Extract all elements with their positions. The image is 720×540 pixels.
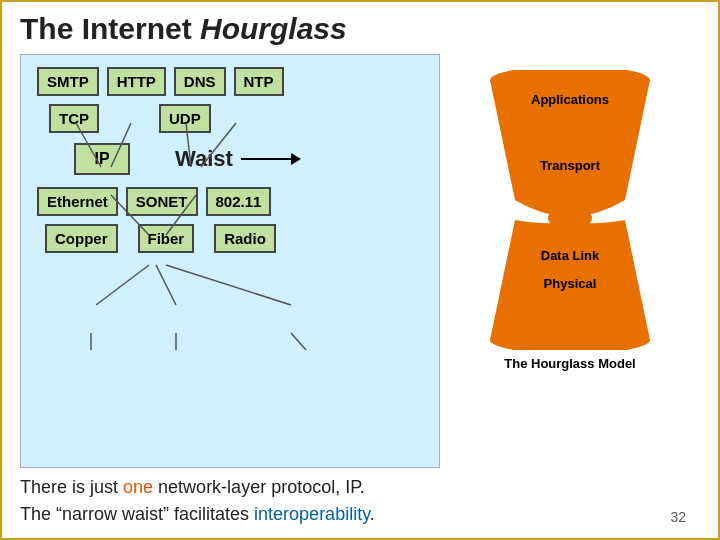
hourglass-svg [470,70,670,350]
line1-middle: network-layer protocol, IP. [153,477,365,497]
protocol-row-transport: TCP UDP [37,104,423,133]
svg-line-8 [166,265,291,305]
title-italic: Hourglass [200,12,347,45]
copper-box: Copper [45,224,118,253]
left-diagram: SMTP HTTP DNS NTP TCP UDP IP Waist [20,54,440,468]
protocol-row-app: SMTP HTTP DNS NTP [37,67,423,96]
protocol-row-link: Ethernet SONET 802.11 [37,187,423,216]
waist-row: IP Waist [37,143,423,175]
ethernet-box: Ethernet [37,187,118,216]
svg-line-7 [156,265,176,305]
tcp-box: TCP [49,104,99,133]
label-physical: Physical [544,276,597,291]
waist-arrow [241,149,301,169]
http-box: HTTP [107,67,166,96]
slide-number: 32 [670,507,686,528]
line1-prefix: There is just [20,477,123,497]
hourglass-diagram: Applications Transport Data Link Physica… [470,70,670,350]
diagram-content: SMTP HTTP DNS NTP TCP UDP IP Waist [37,67,423,253]
bottom-text: There is just one network-layer protocol… [20,468,700,528]
udp-box: UDP [159,104,211,133]
label-applications: Applications [531,92,609,107]
line1-word1: one [123,477,153,497]
label-datalink: Data Link [541,248,600,263]
waist-label: Waist [175,146,233,172]
label-transport: Transport [540,158,600,173]
protocol-row-physical: Copper Fiber Radio [45,224,423,253]
ntp-box: NTP [234,67,284,96]
line2-prefix: The “narrow waist” facilitates [20,504,254,524]
wireless-box: 802.11 [206,187,272,216]
line2-suffix: . [370,504,375,524]
right-panel: Applications Transport Data Link Physica… [440,54,700,468]
dns-box: DNS [174,67,226,96]
slide-title: The Internet Hourglass [20,12,700,46]
fiber-box: Fiber [138,224,195,253]
smtp-box: SMTP [37,67,99,96]
slide: The Internet Hourglass SMTP HTTP DNS NTP… [0,0,720,540]
ip-box: IP [74,143,129,175]
sonet-box: SONET [126,187,198,216]
title-plain: The Internet [20,12,200,45]
line2-word2: interoperability [254,504,370,524]
radio-box: Radio [214,224,276,253]
hourglass-model-label: The Hourglass Model [470,356,670,371]
bottom-line1: There is just one network-layer protocol… [20,474,700,501]
svg-line-11 [291,333,306,350]
svg-line-6 [96,265,149,305]
bottom-line2: The “narrow waist” facilitates interoper… [20,501,700,528]
